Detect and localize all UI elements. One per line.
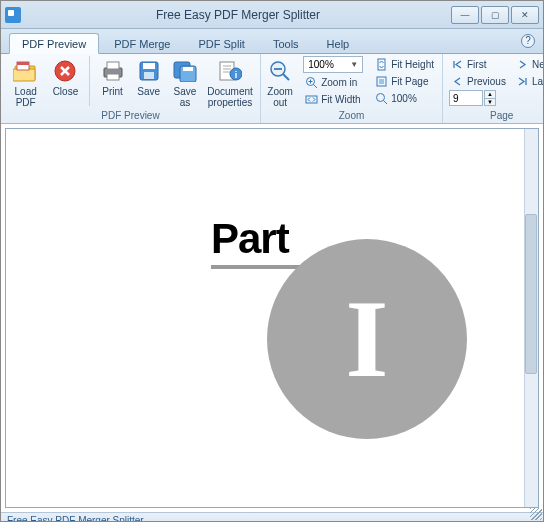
tab-pdf-preview[interactable]: PDF Preview — [9, 33, 99, 54]
last-icon — [516, 75, 529, 88]
svg-line-32 — [384, 100, 388, 104]
group-pdf-preview: Load PDF Close Print Save Save as i Doc — [1, 54, 261, 123]
fit-width-icon — [305, 93, 318, 106]
print-button[interactable]: Print — [97, 56, 127, 97]
zoom-100-icon — [375, 92, 388, 105]
save-icon — [136, 58, 162, 84]
group-page: First Previous ▲ ▼ Next Last Page — [443, 54, 544, 123]
next-page-button[interactable]: Next — [514, 56, 544, 72]
tab-help[interactable]: Help — [314, 33, 363, 53]
fit-width-button[interactable]: Fit Width — [303, 91, 363, 107]
svg-rect-3 — [17, 62, 29, 65]
folder-open-icon — [13, 58, 39, 84]
zoom-out-button[interactable]: Zoom out — [267, 56, 293, 108]
info-icon: i — [217, 58, 243, 84]
zoom-level-select[interactable]: 100%▼ — [303, 56, 363, 73]
svg-rect-10 — [144, 72, 154, 79]
tab-tools[interactable]: Tools — [260, 33, 312, 53]
last-page-button[interactable]: Last — [514, 73, 544, 89]
pdf-page: Part I — [67, 129, 477, 499]
group-label-preview: PDF Preview — [7, 109, 254, 123]
fit-page-icon — [375, 75, 388, 88]
close-icon — [52, 58, 78, 84]
page-spin-down[interactable]: ▼ — [484, 99, 496, 107]
ribbon: Load PDF Close Print Save Save as i Doc — [1, 54, 543, 124]
zoom-out-icon — [267, 58, 293, 84]
svg-rect-6 — [107, 62, 119, 69]
group-label-zoom: Zoom — [267, 109, 436, 123]
tab-pdf-merge[interactable]: PDF Merge — [101, 33, 183, 53]
page-spin-up[interactable]: ▲ — [484, 90, 496, 99]
document-viewport[interactable]: Part I — [5, 128, 539, 508]
page-number-input[interactable] — [449, 90, 483, 106]
svg-rect-28 — [378, 59, 385, 70]
part-number: I — [346, 276, 389, 403]
svg-rect-1 — [13, 69, 35, 81]
first-icon — [451, 58, 464, 71]
window-title: Free Easy PDF Merger Splitter — [27, 8, 449, 22]
first-page-button[interactable]: First — [449, 56, 508, 72]
zoom-in-button[interactable]: Zoom in — [303, 74, 363, 90]
svg-rect-9 — [143, 63, 155, 69]
status-text: Free Easy PDF Merger Splitter — [7, 515, 144, 522]
prev-page-button[interactable]: Previous — [449, 73, 508, 89]
save-button[interactable]: Save — [134, 56, 164, 97]
close-window-button[interactable]: ✕ — [511, 6, 539, 24]
load-pdf-button[interactable]: Load PDF — [7, 56, 44, 108]
svg-line-22 — [283, 74, 289, 80]
group-label-page: Page — [449, 109, 544, 123]
part-number-circle: I — [267, 239, 467, 439]
ribbon-tabs: PDF Preview PDF Merge PDF Split Tools He… — [1, 29, 543, 54]
save-as-icon — [172, 58, 198, 84]
group-zoom: Zoom out 100%▼ Zoom in Fit Width Fit Hei… — [261, 54, 443, 123]
svg-rect-30 — [379, 79, 384, 84]
svg-line-26 — [314, 84, 318, 88]
maximize-button[interactable]: ▢ — [481, 6, 509, 24]
svg-text:i: i — [235, 70, 238, 80]
chevron-down-icon: ▼ — [350, 60, 358, 69]
svg-rect-7 — [107, 74, 119, 80]
zoom-100-button[interactable]: 100% — [373, 90, 436, 106]
app-icon — [5, 7, 21, 23]
save-as-button[interactable]: Save as — [170, 56, 200, 108]
svg-rect-27 — [306, 96, 317, 103]
status-bar: Free Easy PDF Merger Splitter — [1, 512, 543, 522]
tab-pdf-split[interactable]: PDF Split — [185, 33, 257, 53]
title-bar: Free Easy PDF Merger Splitter — ▢ ✕ — [1, 1, 543, 29]
help-icon[interactable]: ? — [521, 34, 535, 48]
fit-height-button[interactable]: Fit Height — [373, 56, 436, 72]
doc-properties-button[interactable]: i Document properties — [206, 56, 254, 108]
printer-icon — [100, 58, 126, 84]
fit-page-button[interactable]: Fit Page — [373, 73, 436, 89]
svg-rect-13 — [183, 67, 193, 71]
resize-handle[interactable] — [530, 508, 542, 520]
svg-point-31 — [377, 93, 385, 101]
prev-icon — [451, 75, 464, 88]
next-icon — [516, 58, 529, 71]
vertical-scrollbar[interactable] — [524, 129, 538, 507]
zoom-in-icon — [305, 76, 318, 89]
fit-height-icon — [375, 58, 388, 71]
minimize-button[interactable]: — — [451, 6, 479, 24]
scrollbar-thumb[interactable] — [525, 214, 537, 374]
part-heading: Part — [211, 215, 317, 269]
close-pdf-button[interactable]: Close — [50, 56, 80, 97]
